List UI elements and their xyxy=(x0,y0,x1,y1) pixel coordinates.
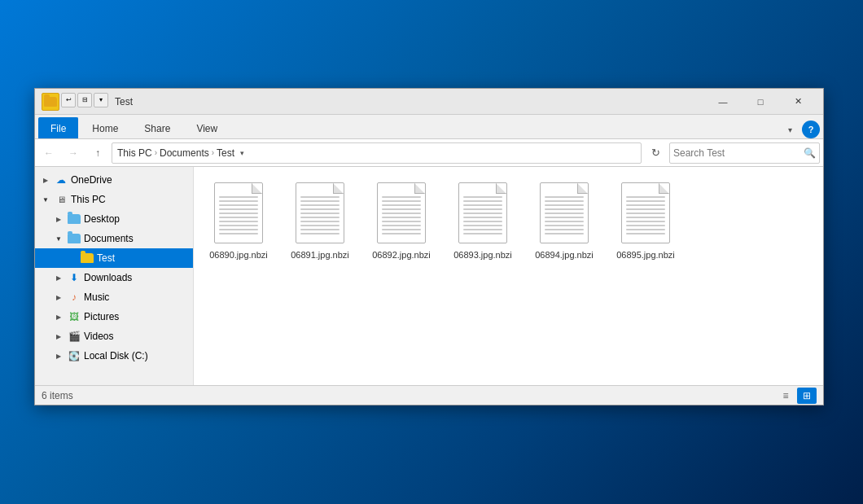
file-name: 06893.jpg.nbzi xyxy=(453,249,512,261)
doc-line xyxy=(219,196,258,198)
tab-home[interactable]: Home xyxy=(80,117,130,138)
doc-line xyxy=(219,208,258,210)
window-title: Test xyxy=(115,96,704,107)
sidebar-label-onedrive: OneDrive xyxy=(71,174,190,186)
undo-button[interactable]: ↩ xyxy=(61,93,76,107)
document-shape xyxy=(458,182,507,243)
qa-dropdown[interactable]: ▾ xyxy=(94,93,108,107)
path-pc[interactable]: This PC xyxy=(117,147,152,159)
file-explorer-window: ↩ ⊟ ▾ Test — □ ✕ File Home Share View ▾ … xyxy=(34,88,824,405)
sidebar-item-desktop[interactable]: ▶ Desktop xyxy=(35,209,193,229)
file-name: 06895.jpg.nbzi xyxy=(616,249,675,261)
search-input[interactable] xyxy=(673,147,804,159)
address-dropdown-arrow[interactable]: ▾ xyxy=(234,142,249,164)
videos-folder-icon: 🎬 xyxy=(68,330,81,343)
forward-button[interactable]: → xyxy=(63,142,84,164)
icon-view-button[interactable]: ⊞ xyxy=(797,388,817,404)
expand-arrow-pictures[interactable]: ▶ xyxy=(53,311,64,322)
doc-line xyxy=(463,217,502,218)
list-item[interactable]: 06893.jpg.nbzi xyxy=(446,175,519,264)
expand-arrow-test[interactable] xyxy=(66,252,77,264)
expand-arrow-onedrive[interactable]: ▶ xyxy=(40,174,51,186)
sidebar-label-desktop: Desktop xyxy=(84,213,190,225)
doc-line xyxy=(463,221,502,222)
doc-line xyxy=(300,225,340,226)
expand-arrow-documents[interactable]: ▼ xyxy=(53,233,64,244)
search-icon[interactable]: 🔍 xyxy=(804,147,816,159)
file-name: 06891.jpg.nbzi xyxy=(291,249,349,261)
sidebar-item-localdisk[interactable]: ▶ 💽 Local Disk (C:) xyxy=(35,346,193,366)
tab-share[interactable]: Share xyxy=(132,117,182,138)
doc-line xyxy=(463,204,502,206)
sidebar-item-downloads[interactable]: ▶ ⬇ Downloads xyxy=(35,268,193,287)
doc-line xyxy=(545,208,584,210)
sidebar-label-documents: Documents xyxy=(84,233,190,244)
search-box[interactable]: 🔍 xyxy=(669,142,820,164)
window-controls: — □ ✕ xyxy=(704,89,817,115)
ribbon-right: ▾ ? xyxy=(781,121,823,138)
list-item[interactable]: 06895.jpg.nbzi xyxy=(609,175,682,264)
sidebar-label-videos: Videos xyxy=(84,331,190,342)
document-shape xyxy=(214,182,263,243)
list-item[interactable]: 06890.jpg.nbzi xyxy=(202,175,275,264)
tab-file[interactable]: File xyxy=(38,117,78,138)
doc-line xyxy=(626,217,665,218)
sidebar-item-test[interactable]: Test xyxy=(35,248,193,268)
file-name: 06890.jpg.nbzi xyxy=(209,249,268,261)
sidebar-item-onedrive[interactable]: ▶ ☁ OneDrive xyxy=(35,170,193,190)
sidebar-item-pictures[interactable]: ▶ 🖼 Pictures xyxy=(35,307,193,327)
details-view-button[interactable]: ≡ xyxy=(776,388,795,404)
close-button[interactable]: ✕ xyxy=(779,89,817,115)
list-item[interactable]: 06892.jpg.nbzi xyxy=(365,175,438,264)
computer-icon: 🖥 xyxy=(55,193,68,206)
doc-line xyxy=(300,200,340,202)
list-item[interactable]: 06894.jpg.nbzi xyxy=(528,175,601,264)
path-test[interactable]: Test xyxy=(217,147,234,159)
refresh-button[interactable]: ↻ xyxy=(645,142,666,164)
ribbon-expand-icon[interactable]: ▾ xyxy=(781,121,799,138)
pictures-folder-icon: 🖼 xyxy=(68,310,81,323)
doc-line xyxy=(545,204,584,206)
doc-line xyxy=(463,196,502,198)
document-shape xyxy=(296,182,344,243)
list-item[interactable]: 06891.jpg.nbzi xyxy=(283,175,357,264)
doc-line xyxy=(626,229,665,230)
breadcrumb-sep-1: › xyxy=(155,148,157,157)
back-button[interactable]: ← xyxy=(38,142,59,164)
doc-line xyxy=(219,225,258,226)
properties-button[interactable]: ⊟ xyxy=(77,93,92,107)
doc-line xyxy=(463,229,502,230)
doc-line xyxy=(219,233,258,234)
sidebar-item-documents[interactable]: ▼ Documents xyxy=(35,229,193,248)
sidebar-label-localdisk: Local Disk (C:) xyxy=(84,350,190,362)
help-button[interactable]: ? xyxy=(802,121,820,138)
sidebar-item-thispc[interactable]: ▼ 🖥 This PC xyxy=(35,190,193,209)
up-button[interactable]: ↑ xyxy=(87,142,108,164)
doc-line xyxy=(463,213,502,214)
folder-icon-title xyxy=(42,93,59,111)
sidebar-item-music[interactable]: ▶ ♪ Music xyxy=(35,287,193,307)
expand-arrow-desktop[interactable]: ▶ xyxy=(53,213,64,225)
expand-arrow-music[interactable]: ▶ xyxy=(53,291,64,303)
path-documents[interactable]: Documents xyxy=(160,147,209,159)
sidebar: ▶ ☁ OneDrive ▼ 🖥 This PC ▶ Des xyxy=(35,167,194,385)
file-icon xyxy=(453,178,512,248)
doc-line xyxy=(463,225,502,226)
doc-line xyxy=(545,196,584,198)
file-icon xyxy=(209,178,268,248)
expand-arrow-videos[interactable]: ▶ xyxy=(53,331,64,342)
status-bar: 6 items ≡ ⊞ xyxy=(35,385,823,405)
doc-line xyxy=(626,200,665,202)
maximize-button[interactable]: □ xyxy=(742,89,779,115)
doc-line xyxy=(219,200,258,202)
minimize-button[interactable]: — xyxy=(704,89,742,115)
expand-arrow-thispc[interactable]: ▼ xyxy=(40,194,51,205)
tab-view[interactable]: View xyxy=(184,117,230,138)
file-name: 06894.jpg.nbzi xyxy=(535,249,594,261)
doc-line xyxy=(626,196,665,198)
sidebar-item-videos[interactable]: ▶ 🎬 Videos xyxy=(35,327,193,346)
doc-line xyxy=(382,196,421,198)
expand-arrow-downloads[interactable]: ▶ xyxy=(53,272,64,283)
address-path[interactable]: This PC › Documents › Test ▾ xyxy=(112,142,642,164)
expand-arrow-localdisk[interactable]: ▶ xyxy=(53,350,64,362)
